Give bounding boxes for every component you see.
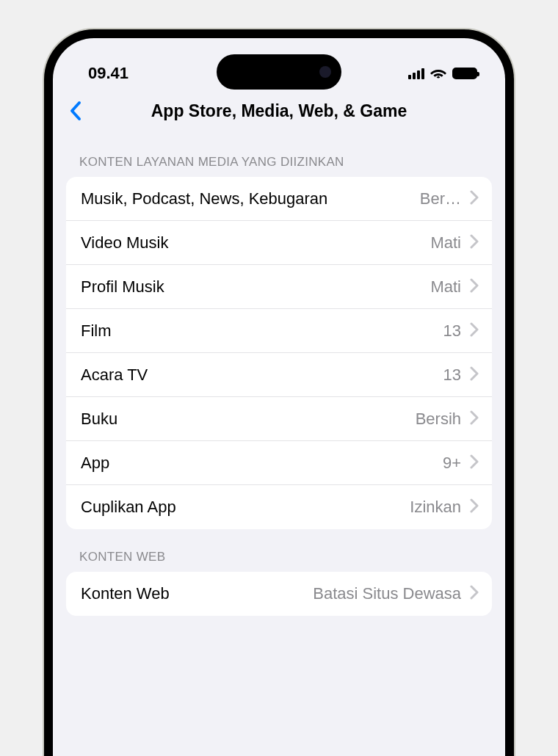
battery-icon [452, 68, 477, 79]
chevron-right-icon [470, 498, 479, 516]
chevron-right-icon [470, 234, 479, 252]
row-label: Acara TV [81, 366, 443, 385]
row-value: Batasi Situs Dewasa [313, 584, 461, 603]
chevron-right-icon [470, 278, 479, 296]
row-cuplikan-app[interactable]: Cuplikan App Izinkan [66, 485, 492, 529]
section-header-web: KONTEN WEB [66, 529, 492, 572]
row-value: Mati [430, 277, 461, 297]
cellular-signal-icon [408, 68, 424, 79]
list-group-web: Konten Web Batasi Situs Dewasa [66, 572, 492, 616]
row-label: Buku [81, 410, 416, 429]
chevron-right-icon [470, 454, 479, 472]
row-value: 9+ [443, 454, 461, 473]
wifi-icon [430, 68, 446, 79]
row-acara-tv[interactable]: Acara TV 13 [66, 353, 492, 397]
row-konten-web[interactable]: Konten Web Batasi Situs Dewasa [66, 572, 492, 616]
list-group-media: Musik, Podcast, News, Kebugaran Ber… Vid… [66, 177, 492, 529]
row-label: App [81, 454, 443, 473]
row-label: Film [81, 321, 443, 341]
row-value: 13 [443, 366, 461, 385]
row-value: Bersih [416, 410, 461, 429]
row-music-podcast-news-fitness[interactable]: Musik, Podcast, News, Kebugaran Ber… [66, 177, 492, 221]
chevron-right-icon [470, 410, 479, 428]
row-video-musik[interactable]: Video Musik Mati [66, 221, 492, 265]
back-button[interactable] [69, 101, 82, 124]
page-title: App Store, Media, Web, & Game [66, 101, 492, 121]
dynamic-island [217, 54, 341, 90]
row-buku[interactable]: Buku Bersih [66, 397, 492, 441]
row-film[interactable]: Film 13 [66, 309, 492, 353]
nav-header: App Store, Media, Web, & Game [53, 90, 505, 134]
row-value: Ber… [420, 189, 461, 208]
row-label: Musik, Podcast, News, Kebugaran [81, 189, 420, 208]
row-profil-musik[interactable]: Profil Musik Mati [66, 265, 492, 309]
phone-frame: 09.41 [44, 29, 514, 756]
row-value: Mati [430, 233, 461, 252]
row-label: Profil Musik [81, 277, 430, 297]
row-label: Cuplikan App [81, 498, 410, 517]
row-value: Izinkan [410, 498, 461, 517]
row-value: 13 [443, 321, 461, 341]
row-label: Konten Web [81, 584, 313, 603]
chevron-right-icon [470, 366, 479, 384]
section-header-media: KONTEN LAYANAN MEDIA YANG DIIZINKAN [66, 134, 492, 177]
chevron-right-icon [470, 322, 479, 340]
status-time: 09.41 [88, 64, 128, 83]
row-label: Video Musik [81, 233, 430, 252]
chevron-right-icon [470, 585, 479, 603]
chevron-right-icon [470, 190, 479, 208]
row-app[interactable]: App 9+ [66, 441, 492, 485]
